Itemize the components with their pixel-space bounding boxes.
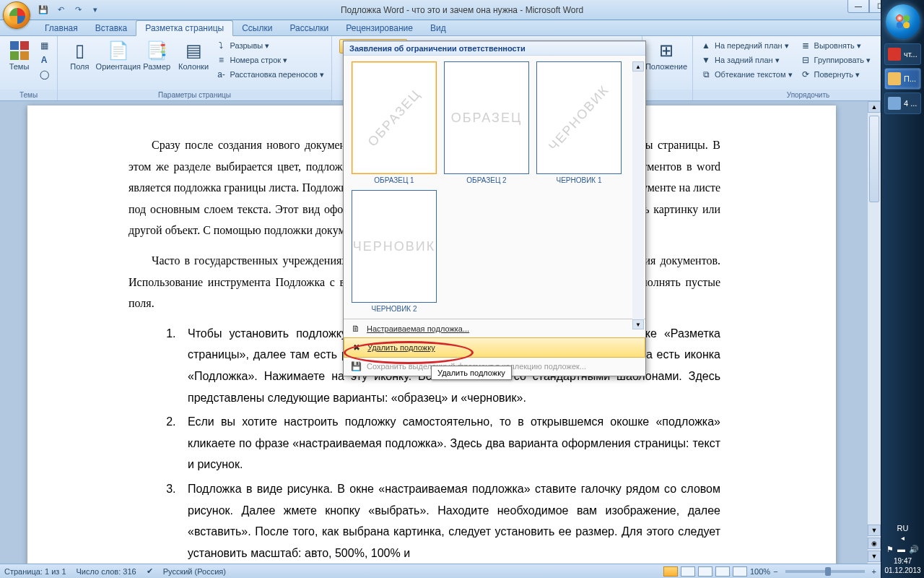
margins-icon: ▯ <box>68 39 91 62</box>
zoom-slider[interactable] <box>785 570 865 573</box>
watermark-gallery: ОБРАЗЕЦ ОБРАЗЕЦ 1 ОБРАЗЕЦ ОБРАЗЕЦ 2 ЧЕРН… <box>344 56 645 319</box>
watermark-dropdown: Заявления об ограничении ответственности… <box>343 40 646 376</box>
view-web-layout[interactable] <box>698 566 712 577</box>
scroll-down-icon[interactable]: ▼ <box>868 525 881 536</box>
send-back-icon: ▼ <box>700 54 712 66</box>
tray-volume-icon[interactable]: 🔊 <box>909 545 919 554</box>
tray-flag-icon[interactable]: ⚑ <box>886 545 894 554</box>
effects-icon: ◯ <box>38 69 50 80</box>
redo-icon[interactable]: ↷ <box>71 3 85 17</box>
scroll-down-icon[interactable]: ▼ <box>632 319 644 329</box>
hyphenation-icon: a‑ <box>215 69 227 80</box>
watermark-caption: ОБРАЗЕЦ 2 <box>466 176 506 184</box>
rotate-label: Повернуть ▾ <box>814 70 860 79</box>
quick-access-toolbar: 💾 ↶ ↷ ▾ <box>36 3 103 17</box>
taskbar-item-apps[interactable]: 4 ... <box>884 92 921 114</box>
watermark-thumb-text: ЧЕРНОВИК <box>353 239 435 254</box>
taskbar-item-browser[interactable]: чт... <box>884 43 921 65</box>
clock-time: 19:47 <box>881 557 924 566</box>
watermark-item-draft-2[interactable]: ЧЕРНОВИК ЧЕРНОВИК 2 <box>351 190 437 313</box>
status-language[interactable]: Русский (Россия) <box>163 567 226 576</box>
custom-watermark-icon: 🗎 <box>349 322 362 335</box>
zoom-in-icon[interactable]: + <box>872 567 876 576</box>
watermark-caption: ЧЕРНОВИК 1 <box>556 176 601 184</box>
scroll-thumb[interactable] <box>869 116 879 202</box>
status-page[interactable]: Страница: 1 из 1 <box>4 567 66 576</box>
next-page-icon[interactable]: ▼ <box>868 551 881 562</box>
yandex-icon <box>888 48 901 61</box>
windows-taskbar: чт... П... 4 ... RU ◂ ⚑ ▬ 🔊 19:47 01.12.… <box>881 0 924 578</box>
zoom-out-icon[interactable]: − <box>773 567 777 576</box>
watermark-item-sample-1[interactable]: ОБРАЗЕЦ ОБРАЗЕЦ 1 <box>351 61 437 184</box>
group-icon: ⊟ <box>800 54 811 66</box>
qat-customize-icon[interactable]: ▾ <box>88 3 103 17</box>
send-back-button[interactable]: ▼На задний план ▾ <box>697 53 796 66</box>
status-proofing-icon[interactable]: ✔ <box>147 566 153 576</box>
scroll-up-icon[interactable]: ▲ <box>632 61 644 72</box>
folder-icon <box>888 72 901 85</box>
align-button[interactable]: ≣Выровнять ▾ <box>797 39 874 52</box>
ribbon-tabs: Главная Вставка Разметка страницы Ссылки… <box>0 20 924 36</box>
remove-watermark-label: Удалить подложку <box>367 343 435 352</box>
remove-watermark-item[interactable]: ✖ Удалить подложку <box>344 337 645 358</box>
tab-insert[interactable]: Вставка <box>87 21 136 35</box>
theme-effects-button[interactable]: ◯ <box>35 68 53 81</box>
view-full-screen[interactable] <box>681 566 695 577</box>
tray-network-icon[interactable]: ▬ <box>897 545 905 554</box>
tab-home[interactable]: Главная <box>36 21 87 35</box>
watermark-thumb-text: ОБРАЗЕЦ <box>365 86 424 149</box>
group-themes-label: Темы <box>0 90 57 100</box>
bring-front-button[interactable]: ▲На передний план ▾ <box>697 39 796 52</box>
orientation-button[interactable]: 📄Ориентация <box>99 38 138 72</box>
minimize-button[interactable]: — <box>847 0 869 13</box>
group-objects-button[interactable]: ⊟Группировать ▾ <box>797 53 874 66</box>
position-button[interactable]: ⊞Положение <box>647 38 686 72</box>
view-print-layout[interactable] <box>663 566 678 577</box>
tab-review[interactable]: Рецензирование <box>337 21 422 35</box>
watermark-item-sample-2[interactable]: ОБРАЗЕЦ ОБРАЗЕЦ 2 <box>443 61 530 184</box>
tab-view[interactable]: Вид <box>422 21 455 35</box>
language-indicator[interactable]: RU <box>881 522 924 534</box>
theme-colors-button[interactable]: ▦ <box>35 39 53 52</box>
themes-icon <box>8 39 31 62</box>
start-button[interactable] <box>886 4 920 39</box>
scroll-up-icon[interactable]: ▲ <box>868 101 881 113</box>
tab-references[interactable]: Ссылки <box>233 21 281 35</box>
view-outline[interactable] <box>715 566 730 577</box>
orientation-icon: 📄 <box>107 39 130 62</box>
bring-front-icon: ▲ <box>700 40 712 51</box>
margins-button[interactable]: ▯Поля <box>62 38 97 72</box>
tray-overflow-icon[interactable]: ◂ <box>881 534 924 542</box>
group-label: Группировать ▾ <box>814 56 871 65</box>
text-wrap-button[interactable]: ⧉Обтекание текстом ▾ <box>697 68 796 81</box>
tab-mailings[interactable]: Рассылки <box>281 21 337 35</box>
office-button[interactable] <box>3 1 30 29</box>
line-numbers-button[interactable]: ≡Номера строк ▾ <box>212 53 327 66</box>
apps-icon <box>888 97 901 110</box>
prev-page-icon[interactable]: ◉ <box>868 538 881 549</box>
undo-icon[interactable]: ↶ <box>53 3 68 17</box>
palette-icon: ▦ <box>38 40 50 51</box>
taskbar-item-explorer[interactable]: П... <box>884 68 921 90</box>
gallery-scrollbar[interactable]: ▲ ▼ <box>632 61 644 329</box>
hyphenation-button[interactable]: a‑Расстановка переносов ▾ <box>212 68 327 81</box>
zoom-level[interactable]: 100% <box>750 567 770 576</box>
rotate-button[interactable]: ⟳Повернуть ▾ <box>797 68 874 81</box>
breaks-button[interactable]: ⤵Разрывы ▾ <box>212 39 327 52</box>
watermark-item-draft-1[interactable]: ЧЕРНОВИК ЧЕРНОВИК 1 <box>536 61 622 184</box>
position-icon: ⊞ <box>655 39 678 62</box>
columns-button[interactable]: ▤Колонки <box>176 38 212 72</box>
size-button[interactable]: 📑Размер <box>139 38 175 72</box>
save-icon[interactable]: 💾 <box>36 3 51 17</box>
window-title: Подложка Word - что это и зачем она нужн… <box>341 5 583 15</box>
status-words[interactable]: Число слов: 316 <box>77 567 136 576</box>
custom-watermark-item[interactable]: 🗎 Настраиваемая подложка... <box>344 319 645 338</box>
view-draft[interactable] <box>733 566 747 577</box>
tab-page-layout[interactable]: Разметка страницы <box>136 20 233 36</box>
theme-fonts-button[interactable]: A <box>35 53 53 66</box>
vertical-scrollbar[interactable]: ▲ ▼ ◉ ▼ <box>868 101 881 564</box>
size-icon: 📑 <box>145 39 168 62</box>
taskbar-item-label: чт... <box>904 50 918 59</box>
clock[interactable]: 19:47 01.12.2013 <box>881 557 924 575</box>
themes-button[interactable]: Темы <box>4 38 34 72</box>
